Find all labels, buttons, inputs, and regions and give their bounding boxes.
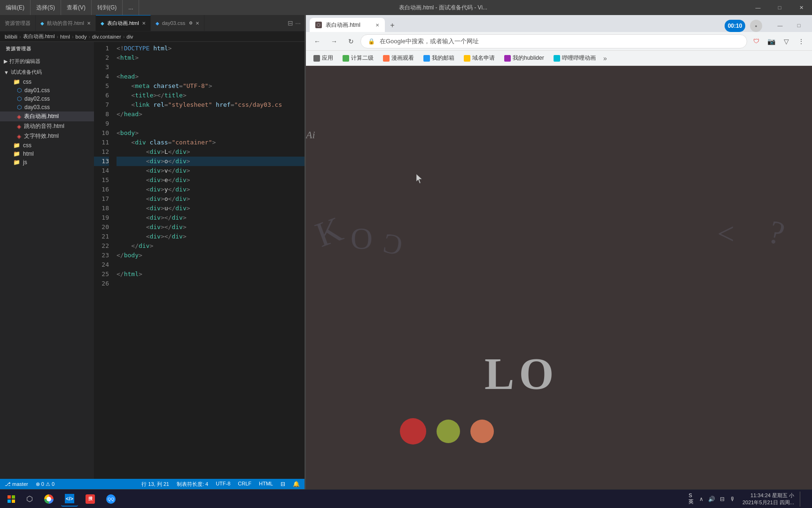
notification-icon[interactable]: 🔔 [293,481,300,488]
browser-toolbar-right: 🛡 📷 ▽ ⋮ [749,34,808,48]
mic-icon[interactable]: 🎙 [728,495,737,503]
maximize-button[interactable]: □ [769,0,790,15]
system-tray: S英 ∧ 🔊 ⊟ 🎙 [687,495,737,503]
tray-up-arrow[interactable]: ∧ [697,495,706,503]
bookmark-jisuaner[interactable]: 计算二级 [339,53,377,63]
sidebar-file-day01css[interactable]: ⬡ day01.css [0,86,94,95]
sidebar-folder-html[interactable]: 📁 html [0,150,94,158]
code-line-5: <meta charset="UTF-8"> [117,81,304,91]
tab-resource-manager[interactable]: 资源管理器 [0,15,36,31]
filter-icon[interactable]: ▽ [779,34,793,48]
html-file-icon: ◈ [17,133,21,140]
start-button[interactable] [4,492,19,507]
menu-select[interactable]: 选择(S) [31,0,61,15]
tab-yindong[interactable]: ◆ 航动的音符.html ✕ [36,15,96,31]
bookmarks-more[interactable]: » [603,55,607,62]
sidebar-file-wenzi[interactable]: ◈ 文字特效.html [0,131,94,141]
code-line-2: <html> [117,53,304,63]
status-bar-right: 行 13, 列 21 制表符长度: 4 UTF-8 CRLF HTML ⊟ 🔔 [141,481,300,488]
breadcrumb: bilibili › 表白动画.html › html › body › div… [0,32,304,42]
sidebar-file-tiaodong[interactable]: ◈ 跳动的音符.html [0,121,94,131]
cursor-position[interactable]: 行 13, 列 21 [141,481,169,488]
code-line-11: <div class="container"> [117,138,304,147]
editor-tab-bar: 资源管理器 ◆ 航动的音符.html ✕ ◆ 表白动画.html ✕ ◆ day… [0,15,304,32]
menu-goto[interactable]: 转到(G) [92,0,123,15]
code-editor[interactable]: 12345 678910 1112 13 1415161718 19202122… [94,42,304,479]
reload-button[interactable]: ↻ [344,34,359,49]
code-text[interactable]: <!DOCTYPE html> <html> <head> <meta char… [113,42,304,479]
task-view-button[interactable]: ⬡ [23,492,37,507]
sidebar-folder-css[interactable]: 📁 css [0,78,94,86]
sougou-taskbar-btn[interactable]: 搜 [82,492,99,507]
close-browser-tab[interactable]: ✕ [375,23,379,28]
chrome-taskbar-btn[interactable] [40,492,57,507]
profile-icon[interactable]: 🛡 [749,34,763,48]
preview-letters: L O [484,348,554,400]
bookmark-domain[interactable]: 域名申请 [460,53,499,63]
vscode-icon: </> [65,494,74,503]
bookmark-icon [504,55,511,62]
browser-maximize[interactable]: □ [789,19,808,32]
settings-icon[interactable]: ⋮ [794,34,808,48]
sidebar-file-day02css[interactable]: ⬡ day02.css [0,95,94,103]
language-mode[interactable]: HTML [259,481,273,488]
ai-label: Ai [306,129,315,141]
sidebar-folder-js[interactable]: 📁 js [0,158,94,167]
sidebar-file-biaobai[interactable]: ◈ 表白动画.html [0,111,94,121]
bookmark-manhua[interactable]: 漫画观看 [379,53,418,63]
sougou-tray-icon[interactable]: S英 [687,495,695,503]
code-line-20: <div></div> [117,222,304,232]
code-line-23: </body> [117,251,304,260]
encoding[interactable]: UTF-8 [216,481,230,488]
bookmark-icon [554,55,560,62]
bookmark-hublider[interactable]: 我的hublider [500,53,548,63]
close-tab-day03css[interactable]: ✕ [195,21,199,26]
format-icon[interactable]: ⊟ [281,481,285,488]
tab-biaobai[interactable]: ◆ 表白动画.html ✕ [96,15,151,31]
error-count: ⊗ 0 ⚠ 0 [36,481,55,487]
editor-toolbar-right: ⊟ ··· [288,15,304,31]
address-bar[interactable]: 🔒 在Google中搜索，或者输入一个网址 [360,34,747,48]
browser-tab-active[interactable]: ⬡ 表白动画.html ✕ [310,18,385,32]
volume-icon[interactable]: 🔊 [708,495,716,503]
show-desktop-button[interactable] [800,492,808,507]
minimize-button[interactable]: — [747,0,769,15]
sidebar-file-day03css[interactable]: ⬡ day03.css [0,103,94,111]
browser-minimize[interactable]: — [771,19,789,32]
qq-taskbar-btn[interactable]: QQ [102,492,119,507]
new-tab-button[interactable]: + [386,19,399,32]
code-line-19: <div></div> [117,213,304,222]
line-ending[interactable]: CRLF [238,481,251,488]
bookmark-email[interactable]: 我的邮箱 [420,53,458,63]
screenshot-icon[interactable]: 📷 [764,34,778,48]
menu-edit[interactable]: 编辑(E) [0,0,31,15]
vscode-taskbar-btn[interactable]: </> [61,492,78,507]
bookmark-apps[interactable]: 应用 [310,53,337,63]
open-editors-section[interactable]: ▶ 打开的编辑器 [0,56,94,67]
forward-button[interactable]: → [327,34,342,49]
bookmark-bilibili[interactable]: 哔哩哔哩动画 [550,53,600,63]
network-icon[interactable]: ⊟ [718,495,726,503]
bg-letter-k: K [310,208,348,255]
chrome-icon [44,494,54,504]
close-button[interactable]: ✕ [790,0,812,15]
back-button[interactable]: ← [310,34,325,49]
sidebar-folder-css2[interactable]: 📁 css [0,141,94,150]
circle-orange [470,420,494,443]
bookmark-icon [464,55,470,62]
close-tab-biaobai[interactable]: ✕ [142,21,146,26]
close-tab-yindong[interactable]: ✕ [87,21,91,26]
record-button[interactable]: ● [750,20,762,32]
workspace-section[interactable]: ▼ 试试准备代码 [0,67,94,78]
menu-view[interactable]: 查看(V) [61,0,92,15]
code-line-10: <body> [117,128,304,138]
more-actions-icon[interactable]: ··· [295,19,301,27]
taskbar-time[interactable]: 11:34:24 星期五 小 2021年5月21日 四周... [739,492,798,506]
tab-day03css[interactable]: ◆ day03.css ⚙ ✕ [151,15,205,31]
tab-size[interactable]: 制表符长度: 4 [177,481,208,488]
git-branch: ⎇ master [5,481,28,487]
menu-more[interactable]: ... [123,0,139,15]
split-editor-icon[interactable]: ⊟ [288,19,293,27]
browser-tab-bar: ⬡ 表白动画.html ✕ + 00:10 ● — □ [306,15,812,32]
editor-body: 资源管理器 ▶ 打开的编辑器 ▼ 试试准备代码 📁 css ⬡ day01 [0,42,304,479]
